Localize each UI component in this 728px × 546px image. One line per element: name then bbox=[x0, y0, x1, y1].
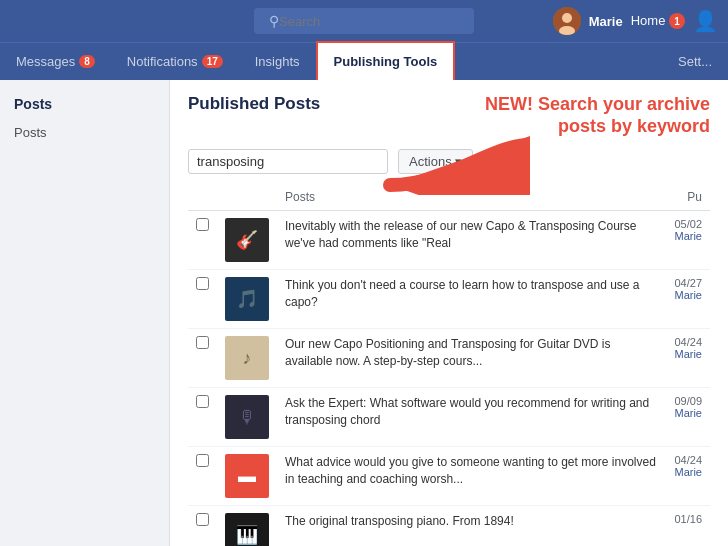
table-row[interactable]: 🎙 Ask the Expert: What software would yo… bbox=[188, 388, 710, 447]
post-date: 04/24 bbox=[674, 454, 702, 466]
post-date: 04/27 bbox=[674, 277, 702, 289]
top-bar-right-section: Marie Home 1 👤 bbox=[553, 7, 718, 35]
main-layout: Posts Posts Published Posts NEW! Search … bbox=[0, 80, 728, 546]
table-row[interactable]: 🎵 Think you don't need a course to learn… bbox=[188, 270, 710, 329]
tab-publishing-tools[interactable]: Publishing Tools bbox=[316, 41, 456, 81]
row-checkbox[interactable] bbox=[196, 277, 209, 290]
row-date-cell: 05/02 Marie bbox=[666, 211, 710, 270]
row-checkbox-cell[interactable] bbox=[188, 270, 217, 329]
sidebar-title: Posts bbox=[0, 90, 169, 118]
row-checkbox[interactable] bbox=[196, 454, 209, 467]
content-header: Published Posts NEW! Search your archive… bbox=[188, 94, 710, 137]
row-post-text[interactable]: Inevitably with the release of our new C… bbox=[277, 211, 666, 270]
row-checkbox-cell[interactable] bbox=[188, 211, 217, 270]
row-post-text[interactable]: The original transposing piano. From 189… bbox=[277, 506, 666, 546]
settings-tab[interactable]: Sett... bbox=[662, 43, 728, 81]
post-thumbnail: 🎙 bbox=[225, 395, 269, 439]
home-badge: 1 bbox=[669, 13, 685, 29]
post-date: 09/09 bbox=[674, 395, 702, 407]
row-thumb-cell: 🎹 bbox=[217, 506, 277, 546]
actions-button[interactable]: Actions ▾ bbox=[398, 149, 473, 174]
svg-point-1 bbox=[562, 13, 572, 23]
keyword-search-input[interactable] bbox=[197, 154, 357, 169]
row-post-text[interactable]: What advice would you give to someone wa… bbox=[277, 447, 666, 506]
row-date-cell: 04/27 Marie bbox=[666, 270, 710, 329]
row-thumb-cell: 🎵 bbox=[217, 270, 277, 329]
row-checkbox[interactable] bbox=[196, 218, 209, 231]
post-author[interactable]: Marie bbox=[674, 348, 702, 360]
row-post-text[interactable]: Think you don't need a course to learn h… bbox=[277, 270, 666, 329]
row-checkbox-cell[interactable] bbox=[188, 506, 217, 546]
tab-notifications[interactable]: Notifications 17 bbox=[111, 43, 239, 81]
row-post-text[interactable]: Our new Capo Positioning and Transposing… bbox=[277, 329, 666, 388]
messages-badge: 8 bbox=[79, 55, 95, 68]
col-pub-header: Pu bbox=[666, 184, 710, 211]
row-checkbox-cell[interactable] bbox=[188, 388, 217, 447]
sidebar: Posts Posts bbox=[0, 80, 170, 546]
post-thumbnail: ♪ bbox=[225, 336, 269, 380]
row-checkbox[interactable] bbox=[196, 336, 209, 349]
row-checkbox[interactable] bbox=[196, 395, 209, 408]
post-date: 04/24 bbox=[674, 336, 702, 348]
row-thumb-cell: ▬ bbox=[217, 447, 277, 506]
page-title: Published Posts bbox=[188, 94, 320, 114]
col-checkbox bbox=[188, 184, 217, 211]
tab-insights[interactable]: Insights bbox=[239, 43, 316, 81]
avatar[interactable] bbox=[553, 7, 581, 35]
page-tabs-bar: Messages 8 Notifications 17 Insights Pub… bbox=[0, 42, 728, 80]
row-date-cell: 04/24 Marie bbox=[666, 447, 710, 506]
row-checkbox-cell[interactable] bbox=[188, 329, 217, 388]
search-input[interactable] bbox=[279, 14, 459, 29]
posts-table: Posts Pu 🎸 Inevitably with the release o… bbox=[188, 184, 710, 546]
search-input-wrapper[interactable] bbox=[188, 149, 388, 174]
row-thumb-cell: ♪ bbox=[217, 329, 277, 388]
tab-messages[interactable]: Messages 8 bbox=[0, 43, 111, 81]
content-area: Published Posts NEW! Search your archive… bbox=[170, 80, 728, 546]
post-author[interactable]: Marie bbox=[674, 230, 702, 242]
sidebar-item-posts[interactable]: Posts bbox=[0, 118, 169, 147]
table-row[interactable]: 🎹 The original transposing piano. From 1… bbox=[188, 506, 710, 546]
post-author[interactable]: Marie bbox=[674, 466, 702, 478]
search-row: Actions ▾ bbox=[188, 149, 710, 174]
table-row[interactable]: 🎸 Inevitably with the release of our new… bbox=[188, 211, 710, 270]
home-link[interactable]: Home 1 bbox=[631, 13, 685, 30]
notifications-badge: 17 bbox=[202, 55, 223, 68]
post-date: 01/16 bbox=[674, 513, 702, 525]
top-navigation-bar: ⚲ Marie Home 1 👤 bbox=[0, 0, 728, 42]
row-date-cell: 09/09 Marie bbox=[666, 388, 710, 447]
user-icon[interactable]: 👤 bbox=[693, 9, 718, 33]
row-date-cell: 04/24 Marie bbox=[666, 329, 710, 388]
search-bar[interactable]: ⚲ bbox=[254, 8, 474, 34]
post-author[interactable]: Marie bbox=[674, 289, 702, 301]
post-date: 05/02 bbox=[674, 218, 702, 230]
post-thumbnail: ▬ bbox=[225, 454, 269, 498]
row-thumb-cell: 🎙 bbox=[217, 388, 277, 447]
col-thumb bbox=[217, 184, 277, 211]
row-checkbox[interactable] bbox=[196, 513, 209, 526]
post-author[interactable]: Marie bbox=[674, 407, 702, 419]
post-thumbnail: 🎵 bbox=[225, 277, 269, 321]
search-icon: ⚲ bbox=[269, 13, 279, 29]
row-checkbox-cell[interactable] bbox=[188, 447, 217, 506]
row-thumb-cell: 🎸 bbox=[217, 211, 277, 270]
row-post-text[interactable]: Ask the Expert: What software would you … bbox=[277, 388, 666, 447]
table-row[interactable]: ▬ What advice would you give to someone … bbox=[188, 447, 710, 506]
post-thumbnail: 🎹 bbox=[225, 513, 269, 546]
post-thumbnail: 🎸 bbox=[225, 218, 269, 262]
table-row[interactable]: ♪ Our new Capo Positioning and Transposi… bbox=[188, 329, 710, 388]
col-posts-header: Posts bbox=[277, 184, 666, 211]
new-feature-callout: NEW! Search your archive posts by keywor… bbox=[450, 94, 710, 137]
row-date-cell: 01/16 bbox=[666, 506, 710, 546]
username-label[interactable]: Marie bbox=[589, 14, 623, 29]
